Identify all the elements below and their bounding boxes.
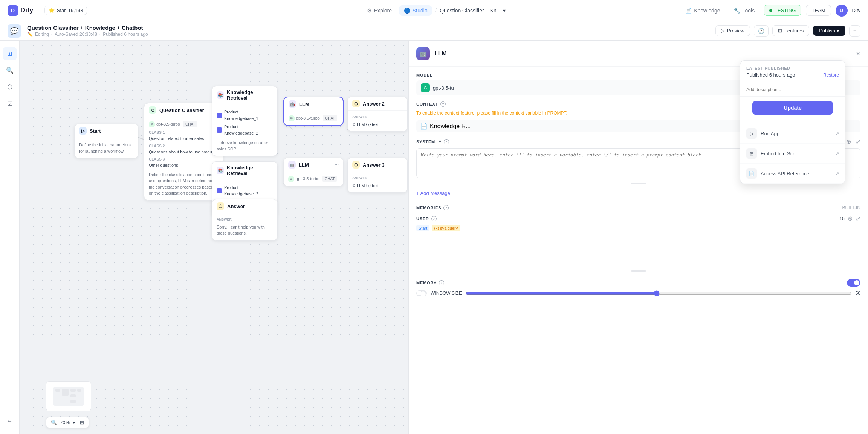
edit-icon: ✏️: [27, 32, 33, 37]
sidebar-variable-icon[interactable]: ⬡: [3, 80, 17, 94]
minimap-node-5: [70, 400, 76, 403]
preview-button[interactable]: ▷ Preview: [715, 25, 750, 36]
user-expand-icon[interactable]: ⤢: [856, 215, 860, 222]
window-size-value: 50: [856, 291, 860, 296]
qc-model-name: gpt-3.5-turbo: [156, 121, 180, 127]
question-classifier-node[interactable]: ⊕ Question Classifier ⊕ gpt-3.5-turbo CH…: [144, 103, 223, 201]
nav-knowledge[interactable]: 📄 Knowledge: [681, 5, 724, 16]
llm2-node[interactable]: 🤖 LLM ⋯ ⊕ gpt-3.5-turbo CHAT: [283, 158, 344, 186]
kr1-kb1: Product Knowledgebase_1: [217, 108, 273, 123]
scroll-bar: [631, 183, 646, 184]
user-actions: 15 ⊕ ⤢: [840, 215, 860, 222]
add-message-label: + Add Message: [416, 190, 450, 196]
llm1-node[interactable]: 🤖 LLM ⊕ gpt-3.5-turbo CHAT: [283, 97, 344, 126]
memory-toggle[interactable]: [847, 279, 860, 287]
github-star-button[interactable]: ⭐ Star 19,193: [44, 6, 87, 15]
user-copy-icon[interactable]: ⊕: [848, 215, 853, 222]
llm2-more-icon[interactable]: ⋯: [335, 163, 339, 167]
app-icon: 💬: [8, 24, 21, 38]
sidebar-collapse-icon[interactable]: ←: [3, 414, 17, 428]
nav-tools[interactable]: 🔧 Tools: [729, 5, 759, 16]
embed-external-icon: ↗: [836, 151, 839, 156]
middle-scroll-indicator: [416, 267, 860, 275]
built-in-badge: BUILT-IN: [842, 205, 860, 210]
app-icon-symbol: 💬: [10, 27, 18, 35]
start-node-title: Start: [90, 128, 101, 134]
window-size-toggle[interactable]: [416, 290, 427, 296]
breadcrumb[interactable]: Question Classifier + Kn... ▾: [440, 8, 506, 14]
memory-info-icon[interactable]: ?: [439, 280, 444, 285]
zoom-fit-icon[interactable]: ⊞: [80, 420, 84, 425]
user-label: USER ?: [416, 216, 437, 221]
features-button[interactable]: ⊞ Features: [772, 25, 809, 36]
knowledge-retrieval-1-node[interactable]: 📚 Knowledge Retrieval Product Knowledgeb…: [212, 86, 278, 156]
embed-into-site-menu-item[interactable]: ⊞ Embed Into Site ↗: [740, 144, 845, 164]
testing-button[interactable]: TESTING: [764, 5, 801, 16]
embed-icon: ⊞: [746, 148, 757, 159]
api-icon: 📄: [746, 168, 757, 179]
nav-studio[interactable]: 🔵 Studio: [399, 5, 432, 16]
nav-explore[interactable]: ⚙ Explore: [362, 5, 396, 16]
llm1-node-icon: 🤖: [289, 100, 296, 108]
publish-button[interactable]: Publish ▾: [813, 26, 845, 36]
ans2-node-body: ANSWER ⊙ LLM {x} text: [348, 111, 407, 131]
answer2-node[interactable]: ⬡ Answer 2 ANSWER ⊙ LLM {x} text: [347, 97, 408, 132]
context-info-icon[interactable]: ?: [440, 101, 446, 107]
access-api-menu-item[interactable]: 📄 Access API Reference ↗: [740, 164, 845, 184]
clock-button[interactable]: 🕐: [754, 25, 769, 37]
llm1-node-body: ⊕ gpt-3.5-turbo CHAT: [284, 111, 343, 125]
update-button[interactable]: Update: [752, 101, 833, 115]
explore-icon: ⚙: [367, 8, 372, 14]
user-info-icon[interactable]: ?: [431, 216, 437, 221]
sidebar-checklist-icon[interactable]: ☑: [3, 97, 17, 110]
system-copy-icon[interactable]: ⊕: [846, 138, 851, 145]
run-app-menu-item[interactable]: ▷ Run App ↗: [740, 124, 845, 144]
system-info-icon[interactable]: ?: [444, 139, 449, 144]
ans3-node-title: Answer 3: [363, 162, 385, 168]
logo-icon: D: [8, 5, 18, 16]
user-label-text: USER: [416, 216, 429, 221]
answer-direct-node[interactable]: ⬡ Answer ANSWER Sorry, I can't help you …: [212, 199, 278, 241]
ans-direct-body: ANSWER Sorry, I can't help you with thes…: [212, 213, 277, 240]
preview-icon: ▷: [721, 28, 725, 34]
add-message-button[interactable]: + Add Message: [416, 187, 860, 199]
kr1-kb2: Product Knowledgebase_2: [217, 123, 273, 137]
embed-label: Embed Into Site: [761, 151, 796, 156]
start-node[interactable]: ▷ Start Define the initial parameters fo…: [74, 124, 138, 158]
status-separator2: ·: [99, 32, 101, 37]
panel-actions: ✕: [856, 50, 860, 57]
memories-info-icon[interactable]: ?: [443, 205, 449, 210]
panel-close-icon[interactable]: ✕: [856, 50, 860, 57]
ans2-value: LLM {x} text: [357, 121, 379, 128]
publish-label: Publish: [819, 28, 835, 34]
qc-class3-label: CLASS 3: [149, 156, 218, 162]
sidebar-search-icon[interactable]: 🔍: [3, 63, 17, 77]
window-size-slider[interactable]: [466, 290, 852, 296]
settings-button[interactable]: ≡: [849, 25, 860, 37]
user-avatar[interactable]: D: [836, 5, 848, 17]
run-app-icon: ▷: [746, 128, 757, 139]
toggle-knob: [417, 291, 421, 295]
minimap-node-2: [62, 389, 69, 396]
system-expand-icon[interactable]: ⤢: [856, 138, 860, 145]
qc-node-title: Question Classifier: [159, 107, 204, 113]
run-app-label: Run App: [761, 131, 779, 136]
restore-link[interactable]: Restore: [823, 72, 839, 78]
api-left: 📄 Access API Reference: [746, 168, 809, 179]
ans3-node-icon: ⬡: [352, 161, 360, 169]
answer3-node[interactable]: ⬡ Answer 3 ANSWER ⊙ LLM {x} text: [347, 158, 408, 193]
context-label-text: CONTEXT: [416, 102, 438, 106]
app-info: Question Classifier + Knowledge + Chatbo…: [27, 25, 148, 37]
sidebar-workflow-icon[interactable]: ⊞: [3, 47, 17, 60]
team-label: TEAM: [811, 8, 825, 13]
team-button[interactable]: TEAM: [806, 5, 831, 16]
memories-label: MEMORIES ?: [416, 205, 449, 210]
ans2-node-header: ⬡ Answer 2: [348, 97, 407, 111]
testing-dot: [769, 9, 772, 12]
tools-icon: 🔧: [734, 8, 740, 14]
description-input[interactable]: [740, 83, 845, 97]
zoom-chevron-icon[interactable]: ▾: [73, 420, 75, 425]
kr1-kb2-name: Product Knowledgebase_2: [224, 124, 273, 136]
preview-label: Preview: [727, 28, 744, 34]
qc-class2-label: CLASS 2: [149, 143, 218, 149]
